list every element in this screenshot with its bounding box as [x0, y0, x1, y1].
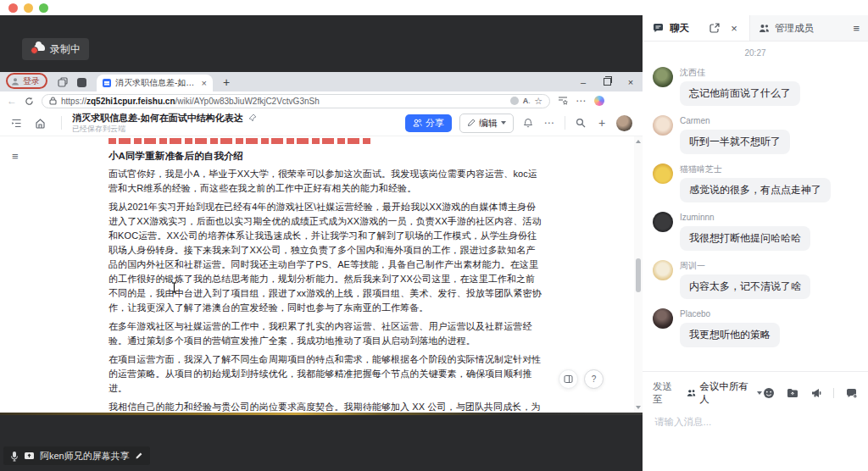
emoji-icon[interactable] [762, 387, 775, 400]
screen-share-label: 阿ken师兄的屏幕共享 [3, 446, 150, 465]
tab-chat[interactable]: 聊天 × [643, 15, 749, 41]
browser-minimize-button[interactable]: – [571, 72, 595, 91]
send-target-selector[interactable]: 会议中所有人 [687, 380, 762, 406]
browser-login-label: 登录 [23, 75, 40, 87]
share-button-label: 分享 [426, 117, 444, 130]
doc-heading: 小A同学重新准备后的自我介绍 [108, 150, 544, 163]
lock-icon [49, 97, 57, 105]
header-divider [61, 116, 62, 130]
scroll-up-arrow-icon[interactable] [636, 140, 641, 143]
message-sender: Carmen [680, 115, 710, 126]
annotate-pencil-icon[interactable] [135, 452, 143, 460]
copilot-icon[interactable] [594, 96, 604, 106]
chat-menu-icon[interactable]: ≡ [853, 23, 860, 34]
doc-header: 消灭求职信息差-如何在面试中结构化表达 已经保存到云端 分享 编辑 [0, 110, 643, 136]
avatar[interactable] [653, 67, 673, 87]
chat-message: 周训一 内容太多，记不清说了啥 [653, 260, 858, 299]
avatar[interactable] [653, 212, 673, 232]
browser-close-button[interactable]: × [619, 72, 643, 91]
doc-outline-icon[interactable]: ≡ [12, 151, 19, 162]
browser-login-button[interactable]: 登录 [6, 73, 47, 89]
browser-tab-active[interactable]: 消灭求职信息差-如何在面试中结构化表达 × [97, 75, 213, 91]
screen-share-label-text: 阿ken师兄的屏幕共享 [40, 450, 130, 463]
add-icon[interactable]: + [595, 116, 609, 130]
refresh-icon[interactable] [25, 97, 34, 106]
url-field[interactable]: https://zq52hi1cpur.feishu.cn/wiki/AYp0w… [42, 94, 550, 108]
avatar[interactable] [653, 115, 673, 136]
page-scrollbar[interactable] [634, 136, 643, 413]
message-bubble[interactable]: 我很想打断他提问哈哈哈 [680, 226, 810, 251]
doc-content: ≡ 小A同学重新准备后的自我介绍 面试官你好，我是小A，毕业于XX大学，很荣幸可… [0, 136, 643, 413]
message-sender: Izuminnn [680, 212, 715, 223]
message-bubble[interactable]: 感觉说的很多，有点点走神了 [680, 178, 831, 202]
doc-sidebar-toggle-icon[interactable] [10, 117, 23, 130]
doc-paragraph-5: 我相信自己的能力和经验与贵公司的岗位要求高度契合。我期待能够加入 XX 公司，与… [108, 400, 544, 413]
clipped-red-annotation-line [108, 138, 373, 144]
meeting-stage: 录制中 登录 消灭求职信息差-如何在面试中结构化表达 × + [0, 15, 868, 471]
new-tab-button[interactable]: + [223, 76, 230, 88]
message-bubble[interactable]: 我更想听他的策略 [680, 323, 780, 347]
meeting-window: 录制中 登录 消灭求职信息差-如何在面试中结构化表达 × + [0, 0, 868, 471]
members-tab-label: 管理成员 [775, 22, 814, 35]
send-target-value: 会议中所有人 [699, 380, 754, 406]
notification-bell-icon[interactable] [521, 116, 535, 130]
doc-save-status: 已经保存到云端 [72, 125, 257, 134]
message-sender: 沈西佳 [680, 67, 705, 78]
message-settings-icon[interactable] [845, 387, 858, 400]
message-bubble[interactable]: 听到一半就不想听了 [680, 130, 790, 154]
window-controls: – × [571, 72, 643, 91]
chat-message: Placebo 我更想听他的策略 [653, 308, 858, 347]
avatar[interactable] [653, 163, 673, 184]
file-icon[interactable] [786, 387, 798, 400]
doc-paragraph-3: 在多年游戏社区与社媒运营的工作中，我积累了扎实的内容运营、社区运营、用户运营以及… [108, 319, 544, 348]
back-icon[interactable]: ← [7, 96, 17, 106]
chat-message-input[interactable] [653, 416, 843, 428]
chat-close-icon[interactable]: × [727, 21, 741, 35]
chat-compose: 发送至 会议中所有人 [643, 371, 868, 471]
recording-badge-label: 录制中 [50, 42, 81, 57]
members-people-icon [759, 24, 770, 33]
doc-title-block: 消灭求职信息差-如何在面试中结构化表达 已经保存到云端 [72, 113, 257, 134]
send-to-label: 发送至 [653, 380, 680, 406]
help-icon[interactable]: ? [584, 369, 604, 389]
share-button[interactable]: 分享 [405, 114, 452, 132]
doc-paragraph-1: 面试官你好，我是小A，毕业于XX大学，很荣幸可以参加这次面试。我发现该岗位需要内… [108, 167, 544, 196]
header-divider-2 [565, 116, 565, 130]
edit-button[interactable]: 编辑 [459, 114, 514, 133]
close-window-button[interactable] [8, 3, 18, 13]
message-bubble[interactable]: 忘记他前面说了什么了 [680, 81, 800, 106]
favorite-star-icon[interactable]: ☆ [534, 97, 542, 106]
search-icon[interactable] [574, 116, 587, 130]
pin-icon[interactable] [248, 114, 257, 122]
doc-more-icon[interactable]: ⋯ [542, 116, 556, 130]
macos-titlebar [0, 0, 868, 15]
message-bubble[interactable]: 内容太多，记不清说了啥 [680, 274, 810, 299]
microphone-icon [10, 451, 19, 462]
avatar[interactable] [653, 260, 673, 280]
collections-icon[interactable] [558, 96, 568, 106]
doc-title: 消灭求职信息差-如何在面试中结构化表达 [72, 113, 243, 124]
scroll-down-arrow-icon[interactable] [636, 406, 641, 409]
fullscreen-window-button[interactable] [39, 3, 48, 13]
popout-icon[interactable] [708, 21, 721, 35]
avatar[interactable] [653, 308, 673, 329]
doc-panel-icon[interactable] [559, 369, 578, 389]
tab-manage-members[interactable]: 管理成员 ≡ [749, 15, 868, 41]
minimize-window-button[interactable] [24, 3, 33, 13]
browser-menu-icon[interactable]: ⋯ [576, 96, 587, 106]
announcement-icon[interactable] [810, 387, 822, 400]
message-sender: 猫猫啃芝士 [680, 163, 722, 175]
user-avatar[interactable] [616, 115, 632, 131]
home-icon[interactable] [34, 117, 47, 130]
browser-restore-button[interactable] [595, 72, 619, 91]
pinned-extension-icon[interactable] [77, 78, 86, 87]
workspaces-icon[interactable] [57, 76, 68, 87]
read-aloud-icon[interactable]: Aˏ [523, 97, 531, 105]
chat-message-list[interactable]: 20:27 沈西佳 忘记他前面说了什么了 Carmen 听到一半就不想听了 [643, 42, 868, 371]
message-sender: Placebo [680, 308, 710, 319]
scrollbar-thumb[interactable] [636, 258, 641, 292]
tab-title: 消灭求职信息差-如何在面试中结构化表达 [115, 77, 198, 89]
doc-body[interactable]: 小A同学重新准备后的自我介绍 面试官你好，我是小A，毕业于XX大学，很荣幸可以参… [108, 136, 544, 413]
translate-icon[interactable] [510, 97, 519, 105]
tab-close-icon[interactable]: × [202, 79, 207, 88]
